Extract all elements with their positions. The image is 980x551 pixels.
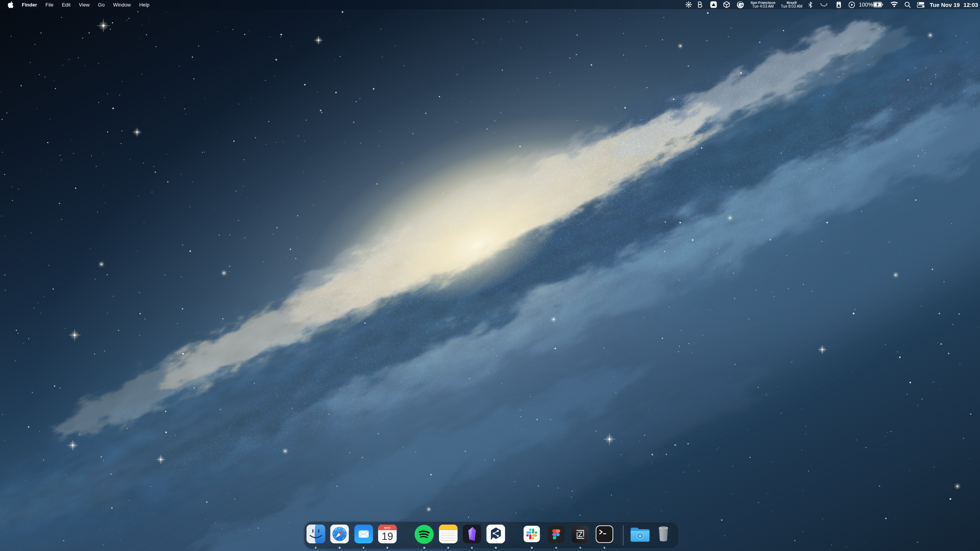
svg-text:19: 19 [381, 531, 393, 542]
svg-text:NOV: NOV [384, 526, 391, 530]
